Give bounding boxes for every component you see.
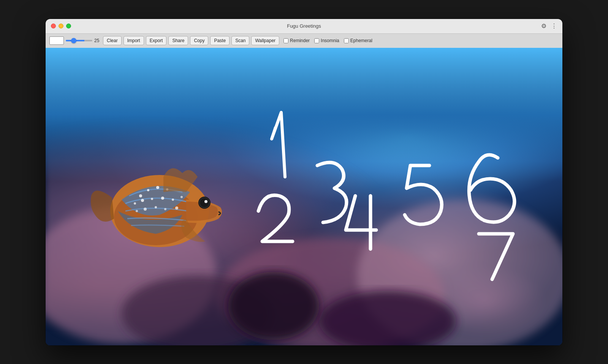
svg-point-19: [136, 210, 138, 212]
export-button[interactable]: Export: [146, 36, 167, 45]
svg-point-17: [172, 199, 174, 201]
svg-point-14: [141, 199, 144, 202]
paste-button[interactable]: Paste: [210, 36, 230, 45]
drawing-canvas[interactable]: [46, 48, 562, 345]
svg-point-15: [151, 198, 153, 200]
insomnia-text: Insomnia: [321, 38, 339, 43]
svg-point-10: [147, 189, 149, 191]
svg-point-21: [155, 206, 157, 208]
reminder-label[interactable]: Reminder: [283, 38, 310, 43]
window-title: Fugu Greetings: [287, 23, 321, 29]
copy-button[interactable]: Copy: [190, 36, 208, 45]
toolbar: 25 Clear Import Export Share Copy Paste …: [46, 33, 562, 48]
extensions-icon[interactable]: ⚙: [541, 22, 546, 30]
menu-icon[interactable]: ⋮: [551, 22, 557, 30]
clear-button[interactable]: Clear: [103, 36, 122, 45]
svg-point-11: [156, 186, 159, 189]
svg-point-26: [204, 200, 207, 203]
ephemeral-checkbox[interactable]: [344, 38, 349, 43]
app-window: Fugu Greetings ⚙ ⋮ 25 Clear Import Expor…: [46, 19, 562, 345]
share-button[interactable]: Share: [168, 36, 188, 45]
svg-point-16: [161, 197, 164, 200]
reminder-text: Reminder: [290, 38, 310, 43]
import-button[interactable]: Import: [124, 36, 144, 45]
svg-point-20: [144, 208, 147, 211]
svg-point-22: [164, 208, 166, 210]
maximize-button[interactable]: [66, 24, 71, 28]
checkbox-group: Reminder Insomnia Ephemeral: [283, 38, 372, 43]
insomnia-checkbox[interactable]: [314, 38, 319, 43]
reminder-checkbox[interactable]: [283, 38, 288, 43]
svg-rect-6: [46, 48, 562, 162]
stroke-size-slider[interactable]: [66, 40, 92, 41]
svg-point-9: [139, 194, 142, 197]
stroke-size-control: 25: [66, 38, 101, 43]
titlebar-actions: ⚙ ⋮: [541, 22, 557, 30]
stroke-size-value: 25: [94, 38, 101, 43]
svg-point-13: [134, 202, 136, 205]
ephemeral-label[interactable]: Ephemeral: [344, 38, 372, 43]
scan-button[interactable]: Scan: [231, 36, 249, 45]
close-button[interactable]: [51, 24, 56, 28]
svg-point-25: [200, 198, 209, 208]
insomnia-label[interactable]: Insomnia: [314, 38, 339, 43]
titlebar: Fugu Greetings ⚙ ⋮: [46, 19, 562, 33]
wallpaper-button[interactable]: Wallpaper: [251, 36, 279, 45]
svg-point-18: [180, 196, 183, 198]
canvas-area[interactable]: [46, 48, 562, 345]
color-swatch[interactable]: [49, 36, 64, 45]
svg-point-5: [228, 272, 319, 340]
minimize-button[interactable]: [59, 24, 63, 28]
ephemeral-text: Ephemeral: [350, 38, 372, 43]
traffic-lights: [51, 24, 71, 28]
svg-point-23: [175, 206, 178, 210]
